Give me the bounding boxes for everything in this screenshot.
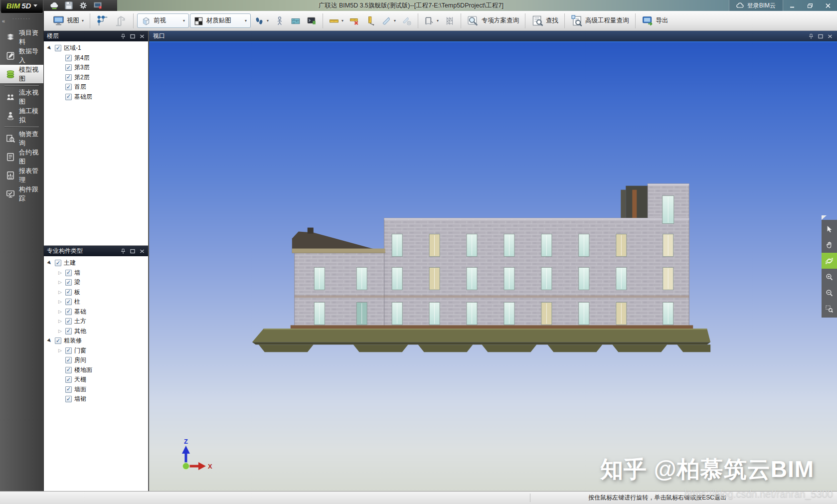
- sidebar-item-import[interactable]: 数据导入: [0, 46, 43, 65]
- crane-button[interactable]: [112, 12, 130, 29]
- expander-closed-icon[interactable]: ▷: [57, 329, 63, 334]
- minimize-button[interactable]: [783, 0, 801, 11]
- tree-row-type-0-3[interactable]: ▷✓柱: [44, 297, 148, 307]
- checkbox-checked[interactable]: ✓: [65, 328, 72, 335]
- tree-row-type-1-3[interactable]: ✓天棚: [44, 375, 148, 385]
- expander-open-icon[interactable]: ▶: [47, 338, 52, 343]
- tree-row-floor-1[interactable]: ✓第3层: [44, 63, 148, 73]
- expander-open-icon[interactable]: ▶: [47, 46, 52, 50]
- checkbox-checked[interactable]: ✓: [65, 279, 72, 286]
- expander-closed-icon[interactable]: ▷: [57, 319, 63, 324]
- find-button[interactable]: 查找: [529, 12, 561, 29]
- door-swing-button[interactable]: ▾: [422, 12, 441, 29]
- app-menu-button[interactable]: BIM 5D: [0, 0, 43, 13]
- tree-row-type-1-1[interactable]: ✓房间: [44, 355, 148, 365]
- checkbox-checked[interactable]: ✓: [65, 84, 72, 90]
- expander-closed-icon[interactable]: ▷: [57, 310, 63, 314]
- pin-icon[interactable]: [808, 33, 814, 39]
- tree-row-type-0-6[interactable]: ▷✓其他: [44, 327, 148, 336]
- advanced-quantity-query-button[interactable]: 高级工程量查询: [568, 12, 632, 29]
- tree-row-floor-3[interactable]: ✓首层: [44, 82, 148, 92]
- close-icon[interactable]: [139, 33, 145, 39]
- sidebar-item-report[interactable]: 报表管理: [0, 166, 43, 184]
- pin-icon[interactable]: [120, 248, 126, 254]
- tree-row-type-0-5[interactable]: ▷✓土方: [44, 317, 148, 327]
- sidebar-collapse-icon[interactable]: «: [2, 18, 5, 24]
- sidebar-item-books[interactable]: 项目资料: [0, 28, 43, 46]
- checkbox-checked[interactable]: ✓: [65, 64, 72, 71]
- vp-tool-zoom-in[interactable]: [822, 269, 837, 285]
- maximize-icon[interactable]: [818, 33, 824, 39]
- checkbox-checked[interactable]: ✓: [55, 260, 61, 266]
- checkbox-checked[interactable]: ✓: [65, 396, 72, 402]
- view-button[interactable]: 视图▾: [50, 12, 86, 29]
- close-icon[interactable]: [827, 33, 833, 39]
- walkthrough-button[interactable]: ▾: [252, 12, 271, 29]
- vp-tool-zoom-out[interactable]: [822, 285, 837, 301]
- clear-measure-button[interactable]: [347, 12, 362, 29]
- checkbox-checked[interactable]: ✓: [65, 318, 72, 325]
- maximize-icon[interactable]: [130, 33, 136, 39]
- checkbox-checked[interactable]: ✓: [65, 347, 72, 354]
- vp-tool-pan[interactable]: [822, 237, 837, 253]
- expander-closed-icon[interactable]: ▷: [57, 290, 63, 295]
- checkbox-checked[interactable]: ✓: [65, 357, 72, 363]
- tree-row-group-1[interactable]: ▶✓粗装修: [44, 336, 148, 346]
- tree-row-type-0-4[interactable]: ▷✓基础: [44, 307, 148, 317]
- checkbox-checked[interactable]: ✓: [65, 94, 72, 100]
- tree-row-type-0-0[interactable]: ▷✓墙: [44, 268, 148, 278]
- checkbox-checked[interactable]: ✓: [55, 337, 61, 344]
- 3d-canvas[interactable]: Z X 知乎 @柏慕筑云BIM: [149, 41, 837, 491]
- material-mode-dropdown[interactable]: 材质贴图 ▾: [190, 13, 251, 28]
- tree-row-type-1-5[interactable]: ✓墙裙: [44, 394, 148, 404]
- checkbox-checked[interactable]: ✓: [65, 367, 72, 373]
- section-cut-button[interactable]: ▾: [379, 12, 398, 29]
- expander-open-icon[interactable]: ▶: [47, 261, 52, 265]
- settings-button[interactable]: [77, 0, 90, 10]
- checkbox-checked[interactable]: ✓: [65, 376, 72, 383]
- checkbox-checked[interactable]: ✓: [65, 309, 72, 315]
- wall-display-button[interactable]: [288, 12, 303, 29]
- expander-closed-icon[interactable]: ▷: [57, 280, 63, 285]
- save-button[interactable]: [62, 0, 75, 10]
- vp-tool-orbit[interactable]: [822, 253, 837, 269]
- vertical-measure-button[interactable]: [363, 12, 378, 29]
- checkbox-checked[interactable]: ✓: [65, 270, 72, 276]
- walk-mode-button[interactable]: [272, 12, 287, 29]
- screen-record-button[interactable]: [91, 0, 104, 10]
- sidebar-item-flow[interactable]: 流水视图: [0, 88, 43, 106]
- view-direction-dropdown[interactable]: 前视 ▾: [137, 13, 189, 28]
- checkbox-checked[interactable]: ✓: [65, 55, 72, 61]
- close-button[interactable]: [819, 0, 837, 11]
- tree-row-region[interactable]: ▶✓区域-1: [44, 43, 148, 53]
- sidebar-item-track[interactable]: 构件跟踪: [0, 184, 43, 203]
- special-plan-query-button[interactable]: 专项方案查询: [465, 12, 521, 29]
- tree-row-type-1-0[interactable]: ▷✓门窗: [44, 346, 148, 356]
- tree-row-group-0[interactable]: ▶✓土建: [44, 258, 148, 268]
- checkbox-checked[interactable]: ✓: [65, 299, 72, 305]
- checkbox-checked[interactable]: ✓: [65, 74, 72, 81]
- tree-row-floor-2[interactable]: ✓第2层: [44, 73, 148, 83]
- cloud-sync-button[interactable]: [48, 0, 61, 10]
- scaffold-button[interactable]: [442, 12, 457, 29]
- tree-row-floor-0[interactable]: ✓第4层: [44, 53, 148, 63]
- tree-row-type-1-4[interactable]: ✓墙面: [44, 385, 148, 395]
- measure-button[interactable]: ▾: [327, 12, 346, 29]
- tree-row-type-1-2[interactable]: ✓楼地面: [44, 365, 148, 375]
- viewport-settings-button[interactable]: [304, 12, 319, 29]
- tree-row-type-0-1[interactable]: ▷✓梁: [44, 278, 148, 288]
- checkbox-checked[interactable]: ✓: [55, 45, 61, 51]
- sidebar-item-model[interactable]: 模型视图: [0, 65, 43, 83]
- axis-grid-button[interactable]: [94, 12, 111, 29]
- pin-icon[interactable]: [120, 33, 126, 39]
- strip-collapse-icon[interactable]: [822, 215, 827, 220]
- checkbox-checked[interactable]: ✓: [65, 289, 72, 296]
- vp-tool-select[interactable]: [822, 221, 837, 237]
- sidebar-item-contract[interactable]: 合约视图: [0, 148, 43, 166]
- expander-closed-icon[interactable]: ▷: [57, 300, 63, 304]
- maximize-icon[interactable]: [130, 248, 136, 254]
- tree-row-type-0-2[interactable]: ▷✓板: [44, 288, 148, 298]
- vp-tool-zoom-window[interactable]: [822, 301, 837, 317]
- checkbox-checked[interactable]: ✓: [65, 386, 72, 393]
- sidebar-item-material-search[interactable]: 物资查询: [0, 129, 43, 148]
